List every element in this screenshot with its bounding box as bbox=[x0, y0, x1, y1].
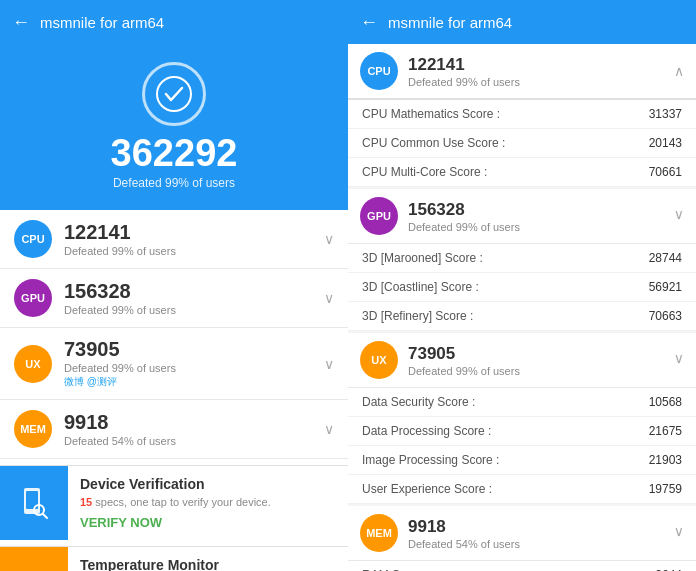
left-title: msmnile for arm64 bbox=[40, 14, 164, 31]
cpu-multi-label: CPU Multi-Core Score : bbox=[362, 165, 487, 179]
ux-right-arrow: ∧ bbox=[674, 352, 684, 368]
cpu-right-arrow: ∧ bbox=[674, 63, 684, 79]
ux-security-value: 10568 bbox=[649, 395, 682, 409]
cpu-math-row: CPU Mathematics Score : 31337 bbox=[348, 100, 696, 129]
mem-expanded-header[interactable]: MEM 9918 Defeated 54% of users ∧ bbox=[348, 506, 696, 561]
gpu-right-desc: Defeated 99% of users bbox=[408, 221, 674, 233]
ux-userexp-row: User Experience Score : 19759 bbox=[348, 475, 696, 504]
right-back-button[interactable]: ← bbox=[360, 12, 378, 33]
cpu-expand-arrow: ∨ bbox=[324, 231, 334, 247]
ux-imgproc-row: Image Processing Score : 21903 bbox=[348, 446, 696, 475]
ux-expanded-header[interactable]: UX 73905 Defeated 99% of users ∧ bbox=[348, 333, 696, 388]
mem-expanded-section: MEM 9918 Defeated 54% of users ∧ RAM Sco… bbox=[348, 506, 696, 571]
ux-metric-row[interactable]: UX 73905 Defeated 99% of users 微博 @测评 ∨ bbox=[0, 328, 348, 400]
device-verification-desc: 15 specs, one tap to verify your device. bbox=[80, 495, 336, 510]
gpu-expanded-header[interactable]: GPU 156328 Defeated 99% of users ∧ bbox=[348, 189, 696, 244]
ux-watermark: 微博 @测评 bbox=[64, 375, 324, 389]
gpu-desc: Defeated 99% of users bbox=[64, 304, 324, 316]
ux-right-desc: Defeated 99% of users bbox=[408, 365, 674, 377]
gpu-marooned-row: 3D [Marooned] Score : 28744 bbox=[348, 244, 696, 273]
left-panel: ← msmnile for arm64 362292 Defeated 99% … bbox=[0, 0, 348, 571]
right-content: CPU 122141 Defeated 99% of users ∧ CPU M… bbox=[348, 44, 696, 571]
verify-now-button[interactable]: VERIFY NOW bbox=[80, 515, 336, 530]
gpu-coastline-row: 3D [Coastline] Score : 56921 bbox=[348, 273, 696, 302]
gpu-right-badge: GPU bbox=[360, 197, 398, 235]
gpu-badge: GPU bbox=[14, 279, 52, 317]
gpu-value: 156328 bbox=[64, 280, 324, 303]
gpu-expand-arrow: ∨ bbox=[324, 290, 334, 306]
mem-badge: MEM bbox=[14, 410, 52, 448]
ux-right-info: 73905 Defeated 99% of users bbox=[408, 344, 674, 377]
ux-dataproc-row: Data Processing Score : 21675 bbox=[348, 417, 696, 446]
mem-right-badge: MEM bbox=[360, 514, 398, 552]
cpu-value: 122141 bbox=[64, 221, 324, 244]
cpu-common-row: CPU Common Use Score : 20143 bbox=[348, 129, 696, 158]
cpu-multi-value: 70661 bbox=[649, 165, 682, 179]
temperature-monitor-title: Temperature Monitor bbox=[80, 557, 336, 571]
total-score-value: 362292 bbox=[111, 134, 238, 172]
gpu-metric-row[interactable]: GPU 156328 Defeated 99% of users ∨ bbox=[0, 269, 348, 328]
metrics-list: CPU 122141 Defeated 99% of users ∨ GPU 1… bbox=[0, 210, 348, 571]
cpu-info: 122141 Defeated 99% of users bbox=[64, 221, 324, 257]
svg-point-0 bbox=[157, 77, 191, 111]
gpu-refinery-label: 3D [Refinery] Score : bbox=[362, 309, 473, 323]
score-circle bbox=[142, 62, 206, 126]
cpu-badge: CPU bbox=[14, 220, 52, 258]
right-panel: ← msmnile for arm64 CPU 122141 Defeated … bbox=[348, 0, 696, 571]
ux-badge: UX bbox=[14, 345, 52, 383]
ux-dataproc-value: 21675 bbox=[649, 424, 682, 438]
phone-search-icon bbox=[15, 484, 53, 522]
cpu-right-desc: Defeated 99% of users bbox=[408, 76, 674, 88]
gpu-marooned-label: 3D [Marooned] Score : bbox=[362, 251, 483, 265]
cpu-expanded: CPU Mathematics Score : 31337 CPU Common… bbox=[348, 100, 696, 187]
mem-info: 9918 Defeated 54% of users bbox=[64, 411, 324, 447]
ux-info: 73905 Defeated 99% of users 微博 @测评 bbox=[64, 338, 324, 389]
right-header: ← msmnile for arm64 bbox=[348, 0, 696, 44]
total-score-section: 362292 Defeated 99% of users bbox=[0, 44, 348, 210]
ux-expanded-section: UX 73905 Defeated 99% of users ∧ Data Se… bbox=[348, 333, 696, 504]
mem-desc: Defeated 54% of users bbox=[64, 435, 324, 447]
ux-right-value: 73905 bbox=[408, 344, 674, 364]
ux-imgproc-label: Image Processing Score : bbox=[362, 453, 499, 467]
ux-security-label: Data Security Score : bbox=[362, 395, 475, 409]
temperature-monitor-text: Temperature Monitor Battery temperature … bbox=[68, 547, 348, 571]
cpu-right-value: 122141 bbox=[408, 55, 674, 75]
device-verification-title: Device Verification bbox=[80, 476, 336, 492]
cpu-desc: Defeated 99% of users bbox=[64, 245, 324, 257]
ux-userexp-value: 19759 bbox=[649, 482, 682, 496]
mem-ram-row: RAM Score : 3644 bbox=[348, 561, 696, 571]
mem-value: 9918 bbox=[64, 411, 324, 434]
total-score-desc: Defeated 99% of users bbox=[113, 176, 235, 190]
temperature-monitor-card: Temperature Monitor Battery temperature … bbox=[0, 546, 348, 571]
specs-count: 15 bbox=[80, 496, 92, 508]
gpu-marooned-value: 28744 bbox=[649, 251, 682, 265]
cpu-common-value: 20143 bbox=[649, 136, 682, 150]
device-verification-card: Device Verification 15 specs, one tap to… bbox=[0, 465, 348, 540]
right-title: msmnile for arm64 bbox=[388, 14, 512, 31]
cpu-math-label: CPU Mathematics Score : bbox=[362, 107, 500, 121]
mem-right-arrow: ∧ bbox=[674, 525, 684, 541]
gpu-refinery-value: 70663 bbox=[649, 309, 682, 323]
device-verification-text: Device Verification 15 specs, one tap to… bbox=[68, 466, 348, 540]
checkmark-icon bbox=[156, 76, 192, 112]
cpu-common-label: CPU Common Use Score : bbox=[362, 136, 505, 150]
gpu-right-value: 156328 bbox=[408, 200, 674, 220]
gpu-coastline-value: 56921 bbox=[649, 280, 682, 294]
left-header: ← msmnile for arm64 bbox=[0, 0, 348, 44]
gpu-coastline-label: 3D [Coastline] Score : bbox=[362, 280, 479, 294]
device-verification-icon-area bbox=[0, 466, 68, 540]
gpu-refinery-row: 3D [Refinery] Score : 70663 bbox=[348, 302, 696, 331]
gpu-info: 156328 Defeated 99% of users bbox=[64, 280, 324, 316]
gpu-right-arrow: ∧ bbox=[674, 208, 684, 224]
mem-right-info: 9918 Defeated 54% of users bbox=[408, 517, 674, 550]
ux-security-row: Data Security Score : 10568 bbox=[348, 388, 696, 417]
mem-right-desc: Defeated 54% of users bbox=[408, 538, 674, 550]
ux-expand-arrow: ∨ bbox=[324, 356, 334, 372]
svg-line-4 bbox=[43, 514, 47, 518]
ux-right-badge: UX bbox=[360, 341, 398, 379]
cpu-multi-row: CPU Multi-Core Score : 70661 bbox=[348, 158, 696, 187]
cpu-metric-row[interactable]: CPU 122141 Defeated 99% of users ∨ bbox=[0, 210, 348, 269]
ux-value: 73905 bbox=[64, 338, 324, 361]
mem-metric-row[interactable]: MEM 9918 Defeated 54% of users ∨ bbox=[0, 400, 348, 459]
back-button[interactable]: ← bbox=[12, 12, 30, 33]
